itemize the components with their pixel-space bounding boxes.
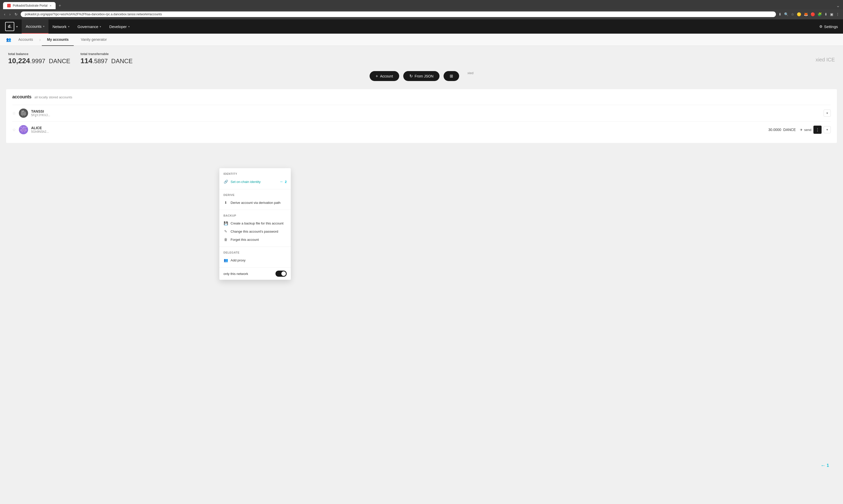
locked-item: locked xied ICE bbox=[143, 52, 835, 65]
restore-icon: ↻ bbox=[409, 74, 413, 78]
from-json-button[interactable]: ↻ From JSON bbox=[403, 71, 440, 81]
annotation-1: ← 1 bbox=[821, 463, 829, 468]
total-balance-label: total balance bbox=[8, 52, 70, 56]
dropdown-change-password[interactable]: ✎ Change this account's password bbox=[219, 227, 291, 235]
reload-button[interactable]: ↻ bbox=[14, 11, 19, 17]
url-bar[interactable] bbox=[21, 12, 776, 17]
forward-button[interactable]: › bbox=[8, 11, 12, 17]
network-dropdown-icon: ▾ bbox=[68, 25, 69, 28]
send-button-alice[interactable]: ✈ send bbox=[800, 128, 811, 132]
account-info-tanssi: TANSSI 5FgYJYKVJ... bbox=[31, 109, 821, 117]
account-actions-tanssi: ▾ bbox=[824, 110, 831, 117]
svg-rect-15 bbox=[20, 130, 21, 131]
accounts-section-subtitle: all locally stored accounts bbox=[34, 95, 72, 99]
star-icon-tanssi[interactable]: ☆ bbox=[12, 111, 16, 116]
dropdown-identity-label: Identity bbox=[219, 171, 291, 177]
dropdown-toggle-section: only this network bbox=[219, 268, 291, 280]
main-content: total balance 10,224.9997 DANCE total tr… bbox=[0, 46, 843, 504]
account-row-tanssi: ☆ TANSSI 5FgYJYKVJ... ▾ bbox=[12, 105, 831, 121]
only-network-toggle[interactable] bbox=[275, 271, 287, 277]
accounts-dropdown-icon: ▾ bbox=[43, 25, 45, 28]
back-button[interactable]: ‹ bbox=[3, 11, 6, 17]
qr-button[interactable]: ⊞ bbox=[444, 71, 459, 81]
total-balance-currency: DANCE bbox=[49, 58, 70, 65]
locked-partial: xied bbox=[815, 57, 825, 62]
sub-nav-my-accounts[interactable]: My accounts bbox=[42, 34, 74, 46]
svg-rect-3 bbox=[24, 111, 25, 112]
logo-dropdown-arrow[interactable]: ▾ bbox=[16, 25, 18, 28]
app-logo[interactable]: d. bbox=[5, 22, 14, 31]
extension-3-icon[interactable]: 🔴 bbox=[810, 12, 815, 17]
zoom-icon[interactable]: 🔍 bbox=[784, 12, 789, 17]
svg-rect-14 bbox=[21, 129, 26, 131]
annotation-arrow-2-inline: ← 2 bbox=[280, 179, 287, 184]
active-tab[interactable]: Polkadot/Substrate Portal ✕ bbox=[3, 2, 56, 9]
svg-rect-18 bbox=[24, 131, 25, 132]
browser-expand-icon[interactable]: ⌄ bbox=[836, 3, 840, 8]
svg-rect-1 bbox=[21, 111, 23, 112]
extensions-icon[interactable]: 🧩 bbox=[817, 12, 822, 17]
dropdown-derive-section: Derive ⬇ Derive account via derivation p… bbox=[219, 189, 291, 210]
svg-rect-5 bbox=[22, 115, 23, 116]
total-balance-whole: 10,224 bbox=[8, 57, 30, 65]
account-name-tanssi: TANSSI bbox=[31, 109, 821, 113]
svg-rect-13 bbox=[25, 127, 27, 128]
qr-icon: ⊞ bbox=[450, 74, 453, 78]
total-transferrable-whole: 114 bbox=[81, 57, 92, 65]
account-name-alice: ALICE bbox=[31, 126, 765, 130]
nav-governance[interactable]: Governance ▾ bbox=[73, 19, 105, 34]
dropdown-add-proxy[interactable]: 👥 Add proxy bbox=[219, 256, 291, 264]
extension-2-icon[interactable]: 🦊 bbox=[803, 12, 809, 17]
toggle-only-network-label: only this network bbox=[223, 272, 248, 276]
dropdown-forget-account[interactable]: 🗑 Forget this account bbox=[219, 235, 291, 244]
sub-nav-vanity-generator[interactable]: Vanity generator bbox=[76, 34, 112, 46]
add-account-button[interactable]: + Account bbox=[369, 71, 399, 81]
dropdown-backup-label: Backup bbox=[219, 213, 291, 219]
locked-value: xied ICE bbox=[143, 57, 835, 63]
locked-ice: ICE bbox=[826, 57, 835, 62]
dropdown-derive-item[interactable]: ⬇ Derive account via derivation path bbox=[219, 198, 291, 206]
new-tab-button[interactable]: + bbox=[57, 3, 63, 8]
nav-settings[interactable]: ⚙ Settings bbox=[819, 24, 838, 29]
sub-nav-divider: › bbox=[39, 37, 41, 42]
more-icon[interactable]: ⋮ bbox=[835, 12, 840, 17]
account-address-alice: 5Gh9NSh2... bbox=[31, 130, 765, 133]
svg-rect-12 bbox=[24, 128, 25, 129]
send-label: send bbox=[804, 128, 811, 132]
save-icon[interactable]: ⬇ bbox=[824, 12, 828, 17]
expand-button-alice[interactable]: ▾ bbox=[824, 126, 831, 133]
nav-accounts[interactable]: Accounts ▾ bbox=[22, 19, 49, 34]
expand-button-tanssi[interactable]: ▾ bbox=[824, 110, 831, 117]
account-info-alice: ALICE 5Gh9NSh2... bbox=[31, 126, 765, 133]
account-address-tanssi: 5FgYJYKVJ... bbox=[31, 113, 821, 117]
bookmark-icon[interactable]: ☆ bbox=[790, 12, 795, 17]
tab-favicon bbox=[7, 4, 11, 7]
settings-gear-icon: ⚙ bbox=[819, 24, 823, 29]
browser-controls: ‹ › ↻ ⬇ 🔍 ☆ 🟡 🦊 🔴 🧩 ⬇ ▣ ⋮ bbox=[0, 9, 843, 19]
account-actions-alice: 30.0000 DANCE ✈ send ⋮ ▾ bbox=[768, 126, 831, 134]
svg-rect-8 bbox=[20, 127, 21, 128]
dropdown-set-identity[interactable]: 🔗 Set on-chain identity ← 2 bbox=[219, 177, 291, 186]
accounts-group-icon: 👥 bbox=[6, 37, 11, 42]
browser-action-icons: ⬇ 🔍 ☆ 🟡 🦊 🔴 🧩 ⬇ ▣ ⋮ bbox=[778, 12, 840, 17]
action-row: + Account ↻ From JSON ⊞ xied bbox=[6, 71, 837, 81]
svg-rect-10 bbox=[22, 128, 23, 129]
extension-1-icon[interactable]: 🟡 bbox=[796, 12, 802, 17]
nav-developer[interactable]: Developer ▾ bbox=[105, 19, 133, 34]
download-icon[interactable]: ⬇ bbox=[778, 12, 782, 17]
kebab-menu-alice[interactable]: ⋮ bbox=[813, 126, 822, 134]
trash-icon: 🗑 bbox=[223, 237, 228, 241]
total-balance-item: total balance 10,224.9997 DANCE bbox=[8, 52, 70, 65]
sidebar-icon[interactable]: ▣ bbox=[829, 12, 834, 17]
add-icon: + bbox=[376, 74, 378, 78]
sub-nav-accounts[interactable]: Accounts bbox=[13, 34, 38, 46]
dropdown-backup-create[interactable]: 💾 Create a backup file for this account bbox=[219, 219, 291, 227]
nav-network[interactable]: Network ▾ bbox=[49, 19, 73, 34]
developer-dropdown-icon: ▾ bbox=[128, 25, 130, 28]
star-icon-alice[interactable]: ☆ bbox=[12, 127, 16, 132]
alice-balance-currency: DANCE bbox=[783, 128, 796, 132]
derive-icon: ⬇ bbox=[223, 200, 228, 204]
tab-close-button[interactable]: ✕ bbox=[50, 4, 52, 7]
account-row-alice: ☆ ALICE 5Gh9N bbox=[12, 121, 831, 138]
password-icon: ✎ bbox=[223, 229, 228, 233]
